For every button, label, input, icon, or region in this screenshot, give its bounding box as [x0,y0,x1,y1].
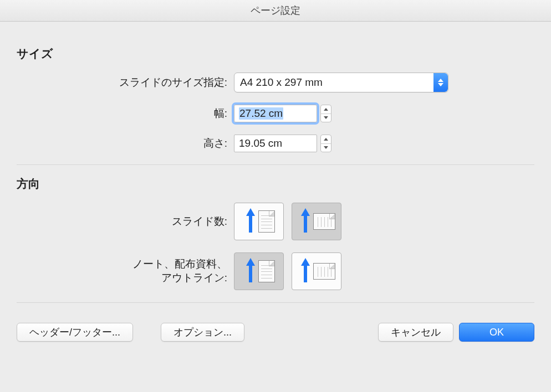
up-arrow-icon [301,208,310,235]
dialog-titlebar: ページ設定 [0,0,551,22]
options-button[interactable]: オプション... [161,323,244,342]
stepper-down-icon[interactable] [321,114,331,122]
up-arrow-icon [246,258,255,285]
up-arrow-icon [301,258,310,285]
notes-landscape-button[interactable] [292,252,341,290]
section-divider [17,302,534,303]
cancel-button[interactable]: キャンセル [378,323,453,342]
stepper-down-icon[interactable] [321,144,331,152]
landscape-page-icon [313,213,335,230]
size-section-title: サイズ [17,46,534,61]
up-arrow-icon [246,208,255,235]
width-stepper[interactable] [320,105,331,122]
orientation-section-title: 方向 [17,176,534,192]
ok-button[interactable]: OK [459,323,534,342]
section-divider [17,164,534,165]
slide-size-select[interactable]: A4 210 x 297 mm [234,73,448,92]
notes-orientation-label: ノート、配布資料、 アウトライン: [17,257,234,285]
slide-size-value: A4 210 x 297 mm [240,76,323,89]
width-value: 27.52 cm [239,107,283,120]
width-label: 幅: [17,106,234,121]
stepper-up-icon[interactable] [321,105,331,114]
select-stepper-icon [433,73,448,92]
slides-portrait-button[interactable] [234,203,284,240]
portrait-page-icon [258,210,275,233]
height-label: 高さ: [17,136,234,151]
landscape-page-icon [313,263,335,280]
portrait-page-icon [258,260,275,282]
height-value: 19.05 cm [239,137,282,149]
header-footer-button[interactable]: ヘッダー/フッター... [17,323,133,342]
slides-landscape-button[interactable] [292,203,341,240]
height-stepper[interactable] [320,135,331,152]
height-input[interactable]: 19.05 cm [234,135,317,152]
dialog-title: ページ設定 [251,5,300,16]
slides-orientation-label: スライド数: [17,214,234,229]
slide-size-label: スライドのサイズ指定: [17,75,234,90]
stepper-up-icon[interactable] [321,135,331,144]
notes-portrait-button[interactable] [234,252,284,290]
width-input[interactable]: 27.52 cm [234,105,317,122]
